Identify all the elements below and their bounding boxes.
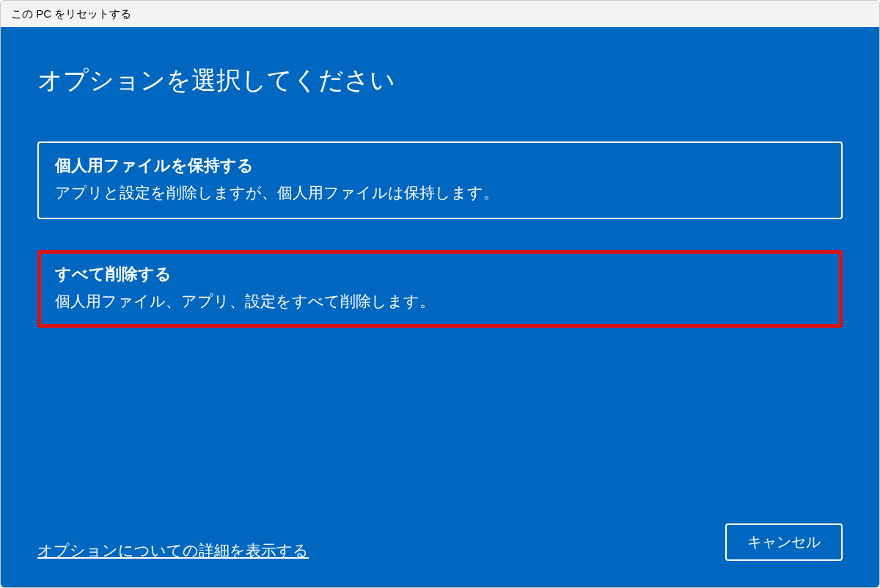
dialog-heading: オプションを選択してください xyxy=(37,64,843,98)
option-keep-files-description: アプリと設定を削除しますが、個人用ファイルは保持します。 xyxy=(55,183,825,203)
reset-pc-dialog: この PC をリセットする オプションを選択してください 個人用ファイルを保持す… xyxy=(0,0,880,588)
option-remove-everything-description: 個人用ファイル、アプリ、設定をすべて削除します。 xyxy=(55,291,825,312)
more-options-link[interactable]: オプションについての詳細を表示する xyxy=(37,540,309,561)
window-title: この PC をリセットする xyxy=(11,7,131,21)
option-keep-files[interactable]: 個人用ファイルを保持する アプリと設定を削除しますが、個人用ファイルは保持します… xyxy=(37,142,843,219)
dialog-content: オプションを選択してください 個人用ファイルを保持する アプリと設定を削除します… xyxy=(1,27,879,587)
option-remove-everything-title: すべて削除する xyxy=(55,263,825,285)
option-remove-everything[interactable]: すべて削除する 個人用ファイル、アプリ、設定をすべて削除します。 xyxy=(37,250,843,328)
titlebar: この PC をリセットする xyxy=(1,1,879,27)
option-keep-files-title: 個人用ファイルを保持する xyxy=(55,155,825,177)
dialog-footer: オプションについての詳細を表示する キャンセル xyxy=(37,523,843,565)
options-list: 個人用ファイルを保持する アプリと設定を削除しますが、個人用ファイルは保持します… xyxy=(37,142,843,328)
cancel-button[interactable]: キャンセル xyxy=(725,523,843,561)
